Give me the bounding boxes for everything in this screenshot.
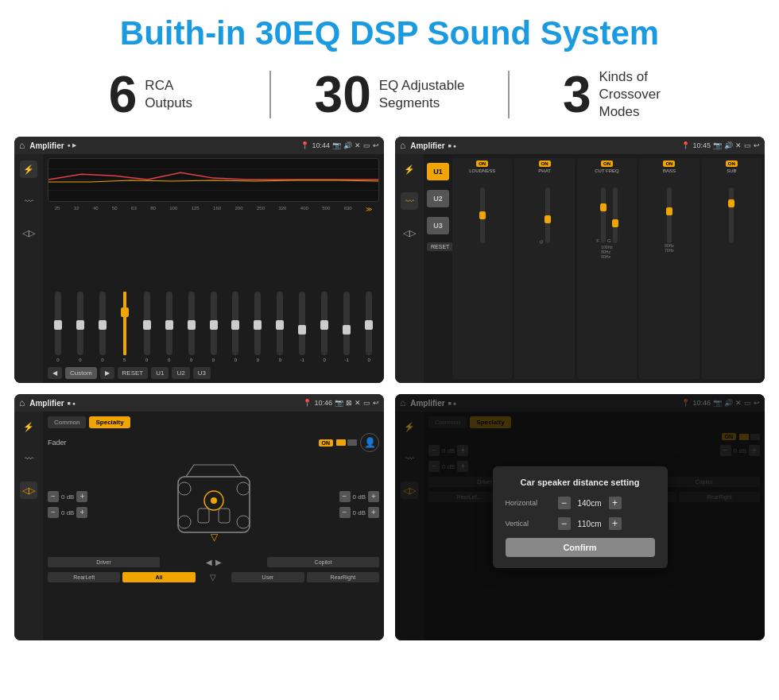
eq-slider-5: 0 [159,292,180,362]
eq-icon-filter[interactable]: ⚡ [20,160,37,178]
horizontal-plus-btn[interactable]: + [609,497,622,509]
tab-specialty[interactable]: Specialty [89,416,130,428]
crossover-screen-inner: ⚡ 〰 ◁▷ U1 U2 U3 RESET ON LO [395,154,765,383]
cutfreq-slider-g[interactable] [613,188,618,243]
eq-thumb-1[interactable] [76,320,84,330]
loudness-on-badge[interactable]: ON [476,160,488,167]
eq-thumb-9[interactable] [254,320,262,330]
right-arrow[interactable]: ▶ [215,558,222,567]
vertical-plus-btn[interactable]: + [609,517,622,530]
eq-u3-btn[interactable]: U3 [193,367,211,379]
btn-rearleft[interactable]: RearLeft [48,572,120,582]
dialog-title: Car speaker distance setting [506,478,655,487]
eq-reset-btn[interactable]: RESET [118,367,149,379]
sub-on-badge[interactable]: ON [726,160,738,167]
eq-u2-btn[interactable]: U2 [172,367,189,379]
db-minus-fr[interactable]: − [339,491,351,502]
svg-point-9 [211,497,217,504]
bass-thumb[interactable] [666,207,672,215]
db-minus-fl[interactable]: − [48,491,59,502]
eq-thumb-0[interactable] [54,320,62,330]
btn-rearright[interactable]: RearRight [307,572,379,582]
eq-thumb-13[interactable] [343,325,351,335]
svg-point-6 [178,516,191,528]
eq-thumb-11[interactable] [298,325,306,335]
btn-all[interactable]: All [122,572,195,582]
u1-btn[interactable]: U1 [427,163,449,180]
eq-prev-btn[interactable]: ◀ [48,367,62,379]
fader-on-badge[interactable]: ON [319,439,334,447]
eq-thumb-4[interactable] [143,320,151,330]
cutfreq-thumb-f[interactable] [600,203,607,211]
sub-slider[interactable] [729,188,734,243]
sub-thumb[interactable] [728,199,734,207]
module-loudness: ON LOUDNESS [452,158,512,379]
btn-user[interactable]: User [231,572,304,582]
fader-slider-2[interactable] [347,439,357,446]
eq-thumb-12[interactable] [320,320,328,330]
eq-thumb-3[interactable] [121,307,129,317]
horizontal-minus-btn[interactable]: − [558,497,571,509]
cross-icon-filter[interactable]: ⚡ [401,160,418,178]
eq-slider-14: 0 [358,292,379,362]
phat-slider[interactable] [545,188,550,243]
tab-common[interactable]: Common [48,416,86,428]
fader-icon-filter[interactable]: ⚡ [20,418,37,435]
cross-reset-btn[interactable]: RESET [427,242,453,251]
vertical-minus-btn[interactable]: − [558,517,571,530]
db-minus-rl[interactable]: − [48,507,59,518]
cutfreq-on-badge[interactable]: ON [601,160,613,167]
phat-on-badge[interactable]: ON [539,160,551,167]
down-arrow-icon[interactable]: ▽ [210,573,216,582]
u3-btn[interactable]: U3 [427,217,449,234]
eq-thumb-14[interactable] [365,320,373,330]
eq-thumb-2[interactable] [99,320,107,330]
db-plus-rr[interactable]: + [368,507,379,518]
confirm-button[interactable]: Confirm [506,538,655,557]
loudness-thumb[interactable] [479,211,486,219]
status-bar-eq: ⌂ Amplifier ● ▶ 📍 10:44 📷 🔊 ✕ ▭ ↩ [14,137,384,154]
fader-icon-speaker[interactable]: ◁▷ [20,481,37,499]
cutfreq-slider-f[interactable] [601,188,606,243]
left-arrow[interactable]: ◀ [206,558,212,567]
eq-custom-btn[interactable]: Custom [65,367,97,379]
eq-slider-6: 0 [181,292,202,362]
eq-play-btn[interactable]: ▶ [100,367,114,379]
home-icon-fader: ⌂ [19,397,25,408]
fader-footer-btns-2: RearLeft All ▽ User RearRight [48,572,379,582]
eq-icon-speaker[interactable]: ◁▷ [20,224,37,242]
svg-rect-3 [178,477,250,532]
db-minus-rr[interactable]: − [339,507,351,518]
bass-slider[interactable] [667,188,672,243]
volume-icon-fader: ⊠ [346,399,352,407]
u2-btn[interactable]: U2 [427,190,449,207]
cutfreq-thumb-g[interactable] [612,219,618,227]
fader-screen-inner: ⚡ 〰 ◁▷ Common Specialty Fader ON [14,412,384,640]
eq-thumb-5[interactable] [165,320,173,330]
cross-icon-speaker[interactable]: ◁▷ [401,224,418,242]
eq-icon-wave[interactable]: 〰 [20,192,37,210]
eq-thumb-6[interactable] [188,320,196,330]
eq-thumb-8[interactable] [231,320,239,330]
eq-graph [48,158,379,202]
module-sub: ON SUB [702,158,762,379]
loudness-slider[interactable] [480,188,485,243]
window-icon-cross: ▭ [744,141,751,149]
horizontal-value: 140cm [574,499,606,508]
eq-u1-btn[interactable]: U1 [151,367,169,379]
db-plus-fr[interactable]: + [368,491,379,502]
cross-icon-wave[interactable]: 〰 [401,192,418,210]
fader-icon-wave[interactable]: 〰 [20,450,37,467]
btn-copilot[interactable]: Copilot [267,557,379,567]
eq-thumb-7[interactable] [210,320,218,330]
app-title-cross: Amplifier [410,141,444,150]
eq-thumb-10[interactable] [276,320,284,330]
db-plus-fl[interactable]: + [76,491,87,502]
phat-thumb[interactable] [545,215,551,223]
location-icon-fader: 📍 [303,399,312,407]
nav-arrows: ◀ ▶ [162,557,265,567]
fader-slider-1[interactable] [336,439,346,446]
btn-driver[interactable]: Driver [48,557,160,567]
db-plus-rl[interactable]: + [76,507,87,518]
bass-on-badge[interactable]: ON [663,160,675,167]
